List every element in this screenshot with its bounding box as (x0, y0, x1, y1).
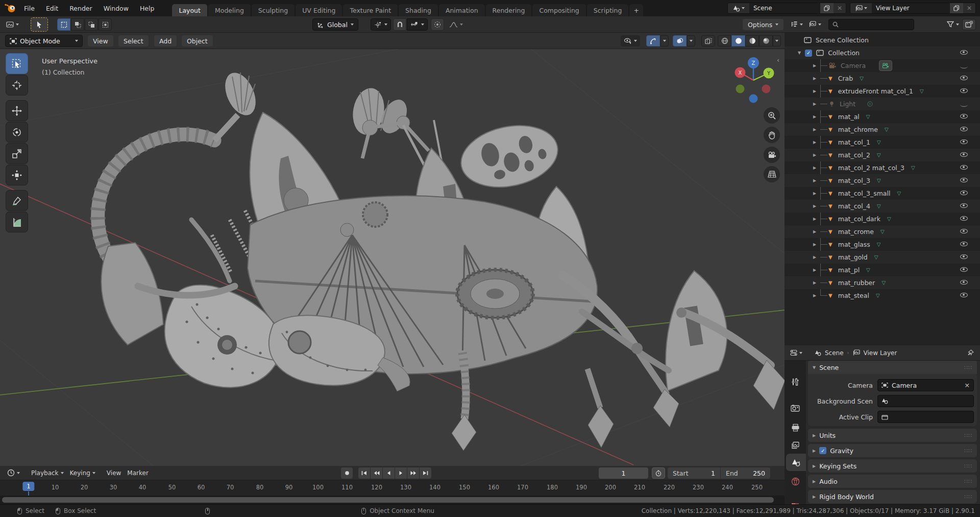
visibility-eye-closed-icon[interactable] (960, 64, 968, 68)
record-button[interactable] (341, 467, 353, 479)
viewport-menu-view[interactable]: View (88, 35, 113, 46)
gizmo-minus-x-axis[interactable] (736, 85, 745, 93)
tab-layout[interactable]: Layout (172, 4, 207, 16)
collapse-arrow-icon[interactable]: ▶ (813, 153, 818, 157)
collapse-arrow-icon[interactable]: ▶ (813, 102, 818, 106)
scene-browse-button[interactable] (728, 3, 749, 13)
shading-rendered-button[interactable] (759, 35, 773, 46)
collapse-arrow-icon[interactable]: ▶ (813, 229, 818, 234)
view-layer-remove-button[interactable]: ✕ (963, 3, 975, 13)
breadcrumb-view-layer[interactable]: View Layer (864, 349, 897, 357)
gizmo-minus-y-axis[interactable] (762, 85, 771, 93)
frame-start-field[interactable]: Start 1 (668, 467, 720, 479)
blender-logo-icon[interactable] (4, 3, 16, 13)
visibility-eye-icon[interactable] (960, 293, 968, 297)
panel-grip[interactable]: ∷∷ (964, 494, 972, 500)
proportional-falloff-dropdown[interactable] (446, 19, 466, 30)
outliner-row-light[interactable]: ▶ Light (785, 98, 980, 110)
tab-scripting[interactable]: Scripting (587, 4, 629, 16)
collapse-arrow-icon[interactable]: ▶ (813, 140, 818, 145)
mode-dropdown[interactable]: Object Mode (5, 35, 83, 47)
viewport-camera-view-button[interactable] (764, 147, 780, 163)
visibility-eye-icon[interactable] (960, 127, 968, 131)
collapse-arrow-icon[interactable]: ▶ (813, 217, 818, 221)
object-visibility-dropdown[interactable] (621, 35, 640, 46)
play-reverse-button[interactable] (383, 467, 395, 479)
outliner-row-mat-glass[interactable]: ▶▼mat_glass▽ (785, 238, 980, 251)
panel-grip[interactable]: ∷∷ (964, 448, 972, 454)
jump-to-start-button[interactable] (358, 467, 370, 479)
background-scene-field[interactable] (877, 395, 974, 407)
visibility-eye-icon[interactable] (960, 191, 968, 195)
menu-window[interactable]: Window (98, 0, 134, 16)
outliner-filter-dropdown[interactable] (944, 19, 962, 30)
timeline-scrollbar-handle[interactable] (2, 497, 774, 503)
viewport-zoom-button[interactable] (764, 107, 780, 124)
shading-dropdown[interactable] (773, 35, 781, 46)
viewport-pan-button[interactable] (764, 127, 780, 143)
auto-keyframe-stopwatch-button[interactable] (652, 467, 665, 479)
outliner-row-mat-chrome[interactable]: ▶▼mat_chrome▽ (785, 123, 980, 136)
collection-checkbox[interactable] (805, 50, 812, 57)
outliner-row-mat-col-dark[interactable]: ▶▼mat_col_dark▽ (785, 213, 980, 225)
viewport-3d[interactable]: User Perspective (1) Collection (0, 49, 785, 466)
next-keyframe-button[interactable] (407, 467, 419, 479)
navigation-gizmo[interactable]: Z X Y (723, 50, 784, 111)
prev-keyframe-button[interactable] (371, 467, 382, 479)
visibility-eye-icon[interactable] (960, 203, 968, 208)
editor-type-button-properties[interactable] (787, 347, 805, 359)
viewport-menu-object[interactable]: Object (182, 35, 213, 46)
outliner-row-mat-pl[interactable]: ▶▼mat_pl▽ (785, 264, 980, 276)
visibility-eye-icon[interactable] (960, 178, 968, 182)
collapse-arrow-icon[interactable]: ▶ (813, 204, 818, 208)
select-mode-subtract-button[interactable] (85, 18, 98, 31)
tool-select-box[interactable] (6, 53, 28, 74)
audio-panel-header[interactable]: ▶Audio∷∷ (808, 475, 977, 488)
tab-scene-properties[interactable] (786, 454, 806, 471)
outliner-row-mat-col-4[interactable]: ▶▼mat_col_4▽ (785, 200, 980, 213)
view-layer-copy-button[interactable] (950, 3, 963, 13)
tool-cursor[interactable] (6, 75, 28, 96)
visibility-eye-icon[interactable] (960, 50, 968, 55)
view-layer-name[interactable]: View Layer (872, 3, 950, 13)
xray-toggle[interactable] (701, 35, 715, 46)
visibility-eye-icon[interactable] (960, 242, 968, 246)
visibility-eye-icon[interactable] (960, 165, 968, 170)
expand-arrow-icon[interactable]: ▼ (798, 51, 801, 55)
add-workspace-button[interactable]: + (629, 4, 643, 16)
show-gizmo-toggle[interactable] (646, 35, 660, 46)
collapse-arrow-icon[interactable]: ▶ (813, 268, 818, 272)
tab-rendering[interactable]: Rendering (486, 4, 532, 16)
visibility-eye-icon[interactable] (960, 254, 968, 259)
collapse-arrow-icon[interactable]: ▶ (813, 255, 818, 260)
tool-rotate[interactable] (6, 122, 28, 143)
snap-toggle-button[interactable] (393, 18, 406, 31)
timeline-marker-menu[interactable]: Marker (124, 467, 151, 479)
collapse-arrow-icon[interactable]: ▶ (813, 242, 818, 247)
collapse-arrow-icon[interactable]: ▶ (813, 63, 818, 68)
visibility-eye-icon[interactable] (960, 88, 968, 93)
view-layer-browse-button[interactable] (850, 3, 872, 13)
visibility-eye-icon[interactable] (960, 139, 968, 144)
tool-annotate[interactable] (6, 190, 28, 211)
collapse-arrow-icon[interactable]: ▶ (813, 114, 818, 119)
pin-icon[interactable] (967, 349, 974, 356)
outliner-row-mat-col-3-small[interactable]: ▶▼mat_col_3_small▽ (785, 187, 980, 200)
select-mode-extend-button[interactable] (71, 18, 84, 31)
editor-type-button-outliner[interactable] (788, 19, 806, 30)
gravity-panel-header[interactable]: ▶ Gravity∷∷ (808, 444, 977, 457)
timeline-ruler[interactable]: 1 10 20 30 40 50 60 70 80 90 100 110 120… (0, 480, 785, 496)
timeline-scrollbar[interactable] (0, 496, 785, 504)
overlays-dropdown[interactable] (687, 35, 695, 46)
tool-move[interactable] (6, 100, 28, 121)
sidebar-collapse-arrow[interactable]: ‹ (777, 56, 779, 64)
viewport-menu-add[interactable]: Add (154, 35, 177, 46)
camera-field[interactable]: Camera ✕ (877, 379, 974, 391)
panel-grip[interactable]: ∷∷ (964, 364, 972, 371)
visibility-eye-icon[interactable] (960, 76, 968, 80)
outliner-row-mat-gold[interactable]: ▶▼mat_gold▽ (785, 251, 980, 264)
tab-compositing[interactable]: Compositing (532, 4, 585, 16)
outliner-row-camera[interactable]: ▶ Camera (785, 59, 980, 72)
panel-grip[interactable]: ∷∷ (964, 432, 972, 439)
collapse-arrow-icon[interactable]: ▶ (813, 280, 818, 285)
